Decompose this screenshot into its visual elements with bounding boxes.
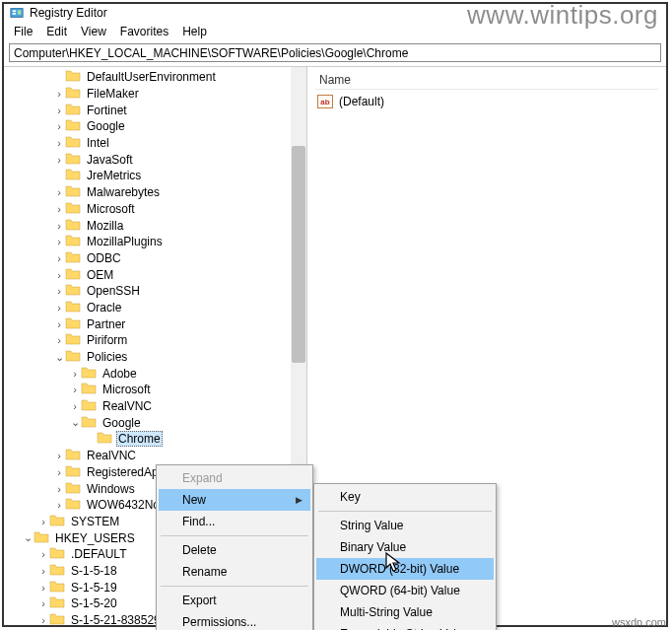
folder-icon: [65, 103, 85, 118]
ctx-export[interactable]: Export: [159, 590, 310, 611]
expand-icon[interactable]: ›: [37, 614, 49, 625]
collapse-icon[interactable]: ⌄: [69, 416, 81, 429]
ctx-new-expandstring[interactable]: Expandable String Value: [316, 623, 494, 630]
tree-item[interactable]: ›RealVNC: [6, 448, 306, 464]
tree-item[interactable]: ›OpenSSH: [6, 283, 306, 300]
tree-item-label: Microsoft: [85, 202, 137, 216]
tree-item[interactable]: ›Partner: [6, 315, 306, 332]
ctx-new-binary[interactable]: Binary Value: [316, 536, 494, 558]
tree-item[interactable]: ›Microsoft: [6, 201, 306, 218]
tree-item-label: SYSTEM: [69, 515, 121, 528]
expand-icon[interactable]: ›: [53, 154, 65, 166]
tree-item[interactable]: ›FileMaker: [6, 86, 306, 103]
ctx-delete[interactable]: Delete: [159, 539, 310, 561]
expand-icon[interactable]: ›: [53, 334, 65, 346]
expand-icon[interactable]: ›: [53, 88, 65, 100]
menu-view[interactable]: View: [75, 23, 112, 40]
folder-icon: [49, 546, 69, 562]
expand-icon[interactable]: ›: [37, 548, 49, 560]
collapse-icon[interactable]: ⌄: [22, 531, 34, 544]
collapse-icon[interactable]: ⌄: [53, 351, 65, 364]
expand-icon[interactable]: ›: [53, 236, 65, 247]
value-default[interactable]: ab (Default): [315, 94, 658, 109]
tree-item[interactable]: ›Adobe: [6, 365, 306, 382]
expand-icon[interactable]: ›: [53, 483, 65, 495]
tree-item[interactable]: ›Google: [6, 118, 306, 135]
expand-icon[interactable]: ›: [53, 499, 65, 511]
menu-edit[interactable]: Edit: [40, 23, 73, 40]
tree-item[interactable]: JreMetrics: [6, 168, 306, 184]
expand-icon[interactable]: ›: [53, 318, 65, 330]
ctx-separator: [161, 535, 308, 536]
tree-item-label: OEM: [85, 268, 115, 282]
context-menu-new: Key String Value Binary Value DWORD (32-…: [313, 483, 497, 630]
tree-item[interactable]: Chrome: [6, 431, 306, 448]
expand-icon[interactable]: ›: [37, 582, 49, 594]
expand-icon[interactable]: ›: [53, 105, 65, 116]
tree-item-label: JavaSoft: [85, 153, 135, 167]
expand-icon[interactable]: ›: [37, 597, 49, 609]
tree-item-label: Oracle: [85, 301, 123, 315]
ctx-new-key[interactable]: Key: [316, 486, 494, 508]
tree-item[interactable]: ›Oracle: [6, 300, 306, 316]
expand-icon[interactable]: ›: [69, 368, 81, 380]
ctx-find[interactable]: Find...: [159, 511, 310, 532]
menu-file[interactable]: File: [8, 23, 38, 40]
ctx-new-dword[interactable]: DWORD (32-bit) Value: [316, 558, 494, 580]
ctx-new[interactable]: New ▶: [159, 489, 310, 511]
expand-icon[interactable]: ›: [53, 269, 65, 281]
context-menu-key: Expand New ▶ Find... Delete Rename Expor…: [156, 464, 313, 630]
tree-item-label: RealVNC: [85, 449, 138, 462]
tree-item[interactable]: ›Fortinet: [6, 102, 306, 118]
tree-item[interactable]: ›Malwarebytes: [6, 184, 306, 201]
svg-rect-1: [13, 10, 17, 12]
menu-favorites[interactable]: Favorites: [114, 23, 174, 40]
tree-item[interactable]: ›Mozilla: [6, 217, 306, 234]
address-bar[interactable]: Computer\HKEY_LOCAL_MACHINE\SOFTWARE\Pol…: [9, 43, 661, 62]
expand-icon[interactable]: ›: [53, 285, 65, 297]
expand-icon[interactable]: ›: [69, 384, 81, 395]
folder-icon: [81, 415, 101, 431]
tree-item[interactable]: DefaultUserEnvironment: [6, 69, 306, 86]
expand-icon[interactable]: ›: [53, 466, 65, 478]
expand-icon[interactable]: ›: [53, 137, 65, 149]
folder-icon: [65, 152, 85, 168]
expand-icon[interactable]: ›: [53, 120, 65, 132]
tree-item[interactable]: ⌄Google: [6, 414, 306, 431]
tree-item[interactable]: ›Intel: [6, 135, 306, 152]
ctx-new-multistring[interactable]: Multi-String Value: [316, 601, 494, 623]
svg-rect-3: [18, 10, 22, 14]
ctx-new-qword[interactable]: QWORD (64-bit) Value: [316, 580, 494, 601]
expand-icon[interactable]: ›: [53, 252, 65, 264]
tree-item[interactable]: ›ODBC: [6, 250, 306, 267]
ctx-expand[interactable]: Expand: [159, 467, 310, 489]
ctx-permissions[interactable]: Permissions...: [159, 611, 310, 630]
expand-icon[interactable]: ›: [53, 220, 65, 232]
tree-item-label: .DEFAULT: [69, 547, 128, 561]
tree-item[interactable]: ›RealVNC: [6, 398, 306, 415]
scrollbar-thumb[interactable]: [292, 146, 305, 363]
tree-item[interactable]: ›Piriform: [6, 332, 306, 349]
expand-icon[interactable]: ›: [53, 450, 65, 461]
menu-help[interactable]: Help: [176, 23, 213, 40]
folder-icon: [49, 612, 69, 625]
expand-icon[interactable]: ›: [69, 400, 81, 412]
column-header-name[interactable]: Name: [315, 71, 658, 90]
folder-icon: [81, 398, 101, 414]
expand-icon[interactable]: ›: [53, 302, 65, 314]
expand-icon[interactable]: ›: [53, 186, 65, 198]
tree-item[interactable]: ›MozillaPlugins: [6, 234, 306, 250]
tree-item-label: Intel: [85, 136, 111, 150]
folder-icon: [49, 595, 69, 611]
tree-item[interactable]: ⌄Policies: [6, 349, 306, 366]
tree-item[interactable]: ›JavaSoft: [6, 151, 306, 168]
expand-icon[interactable]: ›: [53, 203, 65, 215]
tree-item[interactable]: ›Microsoft: [6, 382, 306, 398]
expand-icon[interactable]: ›: [37, 516, 49, 527]
ctx-rename[interactable]: Rename: [159, 561, 310, 583]
folder-icon: [65, 250, 85, 266]
expand-icon[interactable]: ›: [37, 565, 49, 577]
ctx-new-string[interactable]: String Value: [316, 515, 494, 536]
tree-item[interactable]: ›OEM: [6, 266, 306, 283]
ctx-separator: [161, 586, 308, 587]
